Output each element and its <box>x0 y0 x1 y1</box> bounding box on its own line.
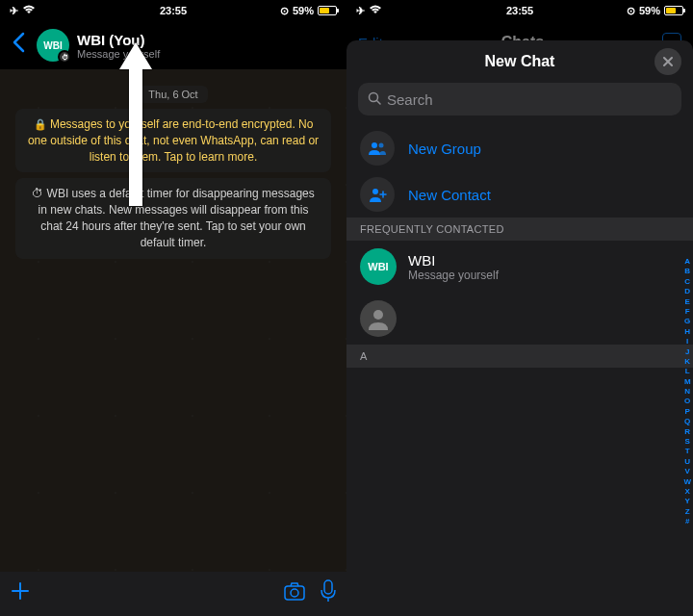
add-contact-icon <box>360 177 395 212</box>
contact-row-wbi[interactable]: WBI WBI Message yourself <box>346 241 693 293</box>
index-letter[interactable]: O <box>684 397 690 406</box>
clock: 23:55 <box>506 5 533 16</box>
chat-screen: ✈ 23:55 ⊙ 59% WBI ⏱ WBI (You) Message yo… <box>0 0 346 616</box>
index-letter[interactable]: S <box>685 437 690 447</box>
svg-point-6 <box>372 189 378 194</box>
index-letter[interactable]: Y <box>685 497 690 506</box>
new-group-label: New Group <box>408 141 481 157</box>
index-letter[interactable]: U <box>684 457 690 467</box>
wifi-icon <box>369 5 382 16</box>
status-bar: ✈ 23:55 ⊙ 59% <box>346 0 693 21</box>
index-letter[interactable]: E <box>685 297 690 307</box>
alphabet-index[interactable]: ABCDEFGHIJKLMNOPQRSTUVWXYZ# <box>683 257 691 527</box>
disappearing-timer-notice[interactable]: ⏱ WBI uses a default timer for disappear… <box>15 178 331 258</box>
index-letter[interactable]: V <box>685 467 690 476</box>
chat-header: WBI ⏱ WBI (You) Message yourself <box>0 21 346 69</box>
index-letter[interactable]: R <box>684 427 690 437</box>
index-letter[interactable]: Q <box>684 417 690 426</box>
encryption-notice[interactable]: 🔒 Messages to yourself are end-to-end en… <box>15 109 331 172</box>
lock-icon: 🔒 <box>34 118 47 130</box>
svg-point-4 <box>372 142 377 148</box>
index-letter[interactable]: Z <box>685 507 690 517</box>
chat-body: Thu, 6 Oct 🔒 Messages to yourself are en… <box>0 69 346 572</box>
battery-percent: 59% <box>293 5 314 16</box>
contact-name: WBI <box>408 252 680 269</box>
svg-rect-2 <box>324 580 332 594</box>
frequently-contacted-header: FREQUENTLY CONTACTED <box>346 218 693 241</box>
index-letter[interactable]: L <box>685 367 690 376</box>
wbi-avatar: WBI <box>360 248 397 285</box>
timer-badge-icon: ⏱ <box>58 50 71 64</box>
svg-rect-0 <box>285 586 304 600</box>
index-letter[interactable]: T <box>685 447 690 456</box>
airplane-icon: ✈ <box>356 5 365 17</box>
alarm-icon: ⊙ <box>280 5 289 17</box>
airplane-icon: ✈ <box>10 5 18 17</box>
index-letter[interactable]: X <box>685 487 690 497</box>
new-contact-label: New Contact <box>408 187 491 203</box>
new-group-row[interactable]: New Group <box>346 125 693 171</box>
contact-subtitle: Message yourself <box>408 269 680 282</box>
battery-icon <box>318 6 337 15</box>
new-chat-screen: ✈ 23:55 ⊙ 59% Edit Chats New Chat <box>346 0 693 616</box>
new-contact-row[interactable]: New Contact <box>346 171 693 218</box>
index-letter[interactable]: C <box>684 277 690 287</box>
index-letter[interactable]: D <box>684 287 690 296</box>
svg-point-5 <box>379 143 384 148</box>
date-pill: Thu, 6 Oct <box>15 85 331 103</box>
mic-button[interactable] <box>320 579 337 608</box>
contact-avatar[interactable]: WBI ⏱ <box>37 29 69 62</box>
timer-icon: ⏱ <box>32 187 43 200</box>
index-letter[interactable]: B <box>684 267 690 276</box>
index-letter[interactable]: F <box>685 307 690 317</box>
back-button[interactable] <box>8 32 29 59</box>
index-letter[interactable]: H <box>684 327 690 337</box>
close-button[interactable] <box>654 48 681 75</box>
sheet-title: New Chat <box>485 53 555 70</box>
index-letter[interactable]: G <box>684 317 690 326</box>
index-letter[interactable]: W <box>683 477 691 487</box>
search-icon <box>368 91 381 108</box>
battery-icon <box>664 6 683 15</box>
index-letter[interactable]: M <box>684 377 691 387</box>
index-letter[interactable]: K <box>684 357 690 367</box>
svg-point-7 <box>373 310 383 320</box>
search-placeholder: Search <box>387 91 433 108</box>
search-input[interactable]: Search <box>358 83 681 116</box>
new-chat-sheet: New Chat Search New Group New Conta <box>346 40 693 616</box>
battery-percent: 59% <box>639 5 660 16</box>
index-letter[interactable]: J <box>685 347 689 357</box>
letter-section-header: A <box>346 345 693 368</box>
camera-button[interactable] <box>283 581 306 606</box>
clock: 23:55 <box>160 5 187 16</box>
contact-row-blank[interactable] <box>346 293 693 345</box>
alarm-icon: ⊙ <box>627 5 635 17</box>
index-letter[interactable]: I <box>686 337 688 346</box>
attach-button[interactable] <box>10 580 31 607</box>
index-letter[interactable]: P <box>685 407 690 417</box>
index-letter[interactable]: # <box>685 517 689 526</box>
status-bar: ✈ 23:55 ⊙ 59% <box>0 0 346 21</box>
sheet-header: New Chat <box>346 40 693 83</box>
annotation-arrow-up <box>112 42 160 210</box>
svg-point-1 <box>291 589 298 597</box>
message-composer <box>0 572 346 616</box>
blank-avatar <box>360 300 397 337</box>
index-letter[interactable]: N <box>684 387 690 397</box>
group-icon <box>360 131 395 166</box>
wifi-icon <box>22 5 36 16</box>
index-letter[interactable]: A <box>684 257 690 267</box>
